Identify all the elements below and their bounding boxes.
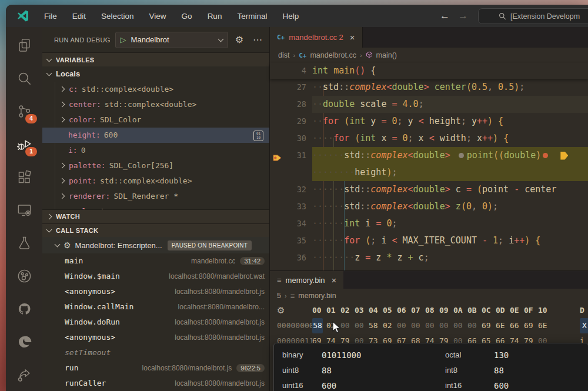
- hex-byte[interactable]: 00: [453, 318, 467, 333]
- group-label: Locals: [56, 69, 80, 78]
- code-line[interactable]: 36········z = z * z + c;: [270, 249, 588, 266]
- activity-edge-devtools-icon[interactable]: [6, 325, 42, 358]
- chevron-right-icon: [59, 193, 65, 199]
- variable-name: color:: [69, 115, 96, 124]
- call-stack-frame[interactable]: mainmandelbrot.cc31:42: [42, 253, 269, 269]
- hex-byte[interactable]: 69: [482, 318, 496, 333]
- hex-byte[interactable]: 69: [524, 318, 538, 333]
- code-line[interactable]: 29··for (int y = 0; y < height; y++) {: [270, 113, 588, 130]
- hex-byte[interactable]: 6E: [538, 318, 552, 333]
- code-line[interactable]: 34······int i = 0;: [270, 215, 588, 232]
- activity-testing-icon[interactable]: [6, 226, 42, 259]
- code-line[interactable]: 28··double scale = 4.0;: [270, 96, 588, 113]
- hex-byte[interactable]: 02: [383, 318, 397, 333]
- activity-github-icon[interactable]: [6, 292, 42, 325]
- breadcrumb-file[interactable]: mandelbrot.cc: [310, 51, 356, 59]
- activity-live-share-icon[interactable]: [6, 358, 42, 391]
- variable-row[interactable]: point:std::complex<double>: [42, 173, 269, 189]
- hex-byte[interactable]: 00: [425, 318, 439, 333]
- back-icon[interactable]: ←: [440, 10, 450, 22]
- code-line[interactable]: 31······std::complex<double> point((doub…: [270, 147, 588, 164]
- hex-byte[interactable]: 66: [510, 318, 524, 333]
- code-line[interactable]: 35······for (; i < MAX_ITER_COUNT - 1; i…: [270, 232, 588, 249]
- call-stack-frame[interactable]: <anonymous>localhost:8080/mandelbrot.js: [42, 284, 269, 299]
- more-actions-icon[interactable]: ⋯: [250, 34, 265, 45]
- sticky-scroll-line[interactable]: 4int main() {: [270, 63, 588, 79]
- tab-memory-bin[interactable]: ≡ memory.bin ×: [270, 271, 343, 289]
- call-stack-frame[interactable]: Window.doRunlocalhost:8080/mandelbrot.js: [42, 315, 269, 330]
- code-line[interactable]: ········height);: [270, 164, 588, 181]
- activity-source-control-icon[interactable]: 4: [6, 95, 42, 128]
- menu-help[interactable]: Help: [275, 9, 306, 24]
- breadcrumb-index[interactable]: 5: [277, 292, 281, 300]
- close-icon[interactable]: ×: [332, 275, 337, 285]
- hex-byte[interactable]: 6E: [496, 318, 510, 333]
- decoded-char[interactable]: X: [580, 318, 588, 333]
- code-line[interactable]: 37······if (abs(z) > 2.0) {: [270, 266, 588, 270]
- breadcrumb-symbol[interactable]: main(): [376, 51, 397, 59]
- call-stack-frame[interactable]: setTimeout: [42, 345, 269, 360]
- section-watch[interactable]: WATCH: [42, 209, 269, 223]
- variable-row[interactable]: height:60001 10: [42, 128, 269, 143]
- cpp-file-icon: C+: [299, 52, 306, 59]
- launch-config-dropdown[interactable]: ▷ Mandelbrot: [115, 32, 228, 48]
- menu-go[interactable]: Go: [174, 9, 200, 24]
- variable-row[interactable]: c:std::complex<double>: [42, 82, 269, 97]
- variables-group-locals[interactable]: Locals: [42, 66, 269, 82]
- remote-explorer-icon: [16, 202, 32, 218]
- settings-gear-icon[interactable]: ⚙: [233, 34, 246, 45]
- settings-gear-icon[interactable]: ⚙: [277, 303, 312, 318]
- code-line[interactable]: 30····for (int x = 0; x < width; x++) {: [270, 130, 588, 147]
- menu-selection[interactable]: Selection: [93, 9, 142, 24]
- start-debug-icon[interactable]: ▷: [121, 35, 126, 44]
- debug-session-row[interactable]: ⚙ Mandelbrot: Emscripten... PAUSED ON BR…: [42, 237, 269, 253]
- activity-code-graph-icon[interactable]: [6, 259, 42, 292]
- frame-name: run: [65, 363, 78, 372]
- menu-file[interactable]: File: [36, 9, 65, 24]
- activity-search-icon[interactable]: [6, 62, 42, 95]
- code-line[interactable]: 27··std::complex<double> center(0.5, 0.5…: [270, 79, 588, 96]
- activity-explorer-icon[interactable]: [6, 29, 42, 62]
- call-stack-frame[interactable]: runCallerlocalhost:8080/mandelbrot.js: [42, 376, 269, 391]
- hex-byte[interactable]: 00: [467, 318, 482, 333]
- hex-byte[interactable]: 00: [355, 318, 369, 333]
- variable-row[interactable]: center:std::complex<double>: [42, 97, 269, 112]
- section-variables[interactable]: VARIABLES: [42, 52, 269, 66]
- activity-remote-explorer-icon[interactable]: [6, 194, 42, 227]
- menu-view[interactable]: View: [142, 9, 174, 24]
- section-callstack[interactable]: CALL STACK: [42, 223, 269, 238]
- tab-mandelbrot-cc[interactable]: C+ mandelbrot.cc 2 ×: [270, 27, 363, 48]
- close-icon[interactable]: ×: [350, 32, 355, 42]
- menu-terminal[interactable]: Terminal: [229, 9, 275, 24]
- menu-edit[interactable]: Edit: [65, 9, 93, 24]
- hex-byte[interactable]: 00: [397, 318, 411, 333]
- call-stack-frame[interactable]: runlocalhost:8080/mandelbrot.js9622:5: [42, 360, 269, 376]
- hex-byte[interactable]: 00: [439, 318, 453, 333]
- variable-row[interactable]: palette:SDL_Color[256]: [42, 158, 269, 173]
- binary-view-icon[interactable]: 01 10: [253, 131, 263, 141]
- hex-column-header: 09: [439, 303, 453, 318]
- call-stack-frame[interactable]: Window.callMainlocalhost:8080/mandelbro.…: [42, 299, 269, 315]
- code-line[interactable]: 32······std::complex<double> c = (point …: [270, 181, 588, 198]
- sticky-code-line[interactable]: 4int main() {: [270, 62, 376, 79]
- forward-icon[interactable]: →: [458, 10, 468, 22]
- hex-byte[interactable]: 58: [369, 318, 383, 333]
- breadcrumb-folder[interactable]: dist: [278, 51, 289, 59]
- variable-row[interactable]: renderer:SDL_Renderer *: [42, 189, 269, 204]
- code-line[interactable]: 33······std::complex<double> z(0, 0);: [270, 198, 588, 215]
- menu-run[interactable]: Run: [200, 9, 230, 24]
- hex-byte[interactable]: 00: [411, 318, 425, 333]
- variable-row[interactable]: color:SDL_Color: [42, 112, 269, 128]
- variable-row[interactable]: scale:4: [42, 204, 269, 209]
- inline-breakpoint-active-icon[interactable]: [543, 153, 548, 158]
- debug-sidebar: RUN AND DEBUG ▷ Mandelbrot ⚙ ⋯ VARIABLES…: [42, 27, 270, 391]
- variable-row[interactable]: i:0: [42, 143, 269, 158]
- command-center-search[interactable]: [Extension Developm: [478, 8, 588, 24]
- breadcrumb-file[interactable]: memory.bin: [298, 292, 336, 300]
- activity-run-debug-icon[interactable]: 1: [6, 128, 42, 161]
- inline-breakpoint-dot-icon[interactable]: [459, 153, 464, 158]
- call-stack-frame[interactable]: Window.$mainlocalhost:8080/mandelbrot.wa…: [42, 269, 269, 284]
- hex-byte[interactable]: 58: [312, 318, 323, 333]
- call-stack-frame[interactable]: <anonymous>localhost:8080/mandelbrot.js: [42, 330, 269, 345]
- activity-extensions-icon[interactable]: [6, 161, 42, 194]
